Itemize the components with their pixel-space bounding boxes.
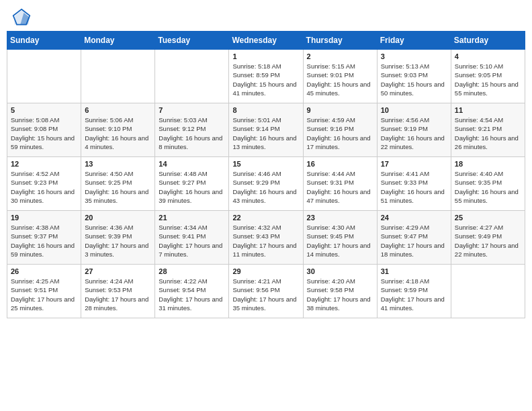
calendar-cell — [7, 50, 81, 103]
day-number: 5 — [11, 106, 77, 114]
day-info: Sunrise: 4:38 AM Sunset: 9:37 PM Dayligh… — [11, 223, 77, 259]
day-number: 18 — [455, 160, 521, 168]
calendar-cell: 14Sunrise: 4:48 AM Sunset: 9:27 PM Dayli… — [155, 157, 229, 211]
calendar-cell: 16Sunrise: 4:44 AM Sunset: 9:31 PM Dayli… — [303, 157, 377, 211]
calendar-cell: 19Sunrise: 4:38 AM Sunset: 9:37 PM Dayli… — [7, 211, 81, 265]
logo-icon — [12, 8, 31, 27]
calendar-cell: 21Sunrise: 4:34 AM Sunset: 9:41 PM Dayli… — [155, 211, 229, 265]
day-number: 4 — [455, 52, 521, 60]
weekday-header-sunday: Sunday — [7, 32, 81, 50]
day-info: Sunrise: 4:27 AM Sunset: 9:49 PM Dayligh… — [455, 223, 521, 259]
calendar-cell: 6Sunrise: 5:06 AM Sunset: 9:10 PM Daylig… — [81, 103, 155, 157]
day-info: Sunrise: 4:24 AM Sunset: 9:53 PM Dayligh… — [85, 277, 151, 312]
day-number: 27 — [85, 267, 151, 275]
day-number: 11 — [455, 106, 521, 114]
day-info: Sunrise: 4:20 AM Sunset: 9:58 PM Dayligh… — [307, 277, 373, 312]
weekday-header-friday: Friday — [377, 32, 451, 50]
day-number: 25 — [455, 214, 521, 222]
day-number: 7 — [159, 106, 225, 114]
calendar-cell: 1Sunrise: 5:18 AM Sunset: 8:59 PM Daylig… — [229, 50, 303, 103]
day-number: 20 — [85, 214, 151, 222]
day-number: 17 — [381, 160, 447, 168]
weekday-header-wednesday: Wednesday — [229, 32, 303, 50]
weekday-header-tuesday: Tuesday — [155, 32, 229, 50]
calendar-cell: 30Sunrise: 4:20 AM Sunset: 9:58 PM Dayli… — [303, 265, 377, 318]
calendar-cell: 2Sunrise: 5:15 AM Sunset: 9:01 PM Daylig… — [303, 50, 377, 103]
page: SundayMondayTuesdayWednesdayThursdayFrid… — [0, 0, 532, 411]
day-number: 23 — [307, 214, 373, 222]
calendar-cell: 25Sunrise: 4:27 AM Sunset: 9:49 PM Dayli… — [451, 211, 525, 265]
calendar-cell: 24Sunrise: 4:29 AM Sunset: 9:47 PM Dayli… — [377, 211, 451, 265]
week-row-4: 19Sunrise: 4:38 AM Sunset: 9:37 PM Dayli… — [7, 211, 525, 265]
day-number: 29 — [232, 267, 299, 275]
calendar-cell: 28Sunrise: 4:22 AM Sunset: 9:54 PM Dayli… — [155, 265, 229, 318]
day-number: 8 — [232, 106, 299, 114]
calendar-wrap: SundayMondayTuesdayWednesdayThursdayFrid… — [0, 31, 532, 325]
calendar-cell: 3Sunrise: 5:13 AM Sunset: 9:03 PM Daylig… — [377, 50, 451, 103]
calendar-cell: 17Sunrise: 4:41 AM Sunset: 9:33 PM Dayli… — [377, 157, 451, 211]
week-row-1: 1Sunrise: 5:18 AM Sunset: 8:59 PM Daylig… — [7, 50, 525, 103]
calendar-cell — [81, 50, 155, 103]
week-row-2: 5Sunrise: 5:08 AM Sunset: 9:08 PM Daylig… — [7, 103, 525, 157]
day-info: Sunrise: 5:18 AM Sunset: 8:59 PM Dayligh… — [232, 62, 299, 97]
weekday-header-thursday: Thursday — [303, 32, 377, 50]
calendar-cell: 9Sunrise: 4:59 AM Sunset: 9:16 PM Daylig… — [303, 103, 377, 157]
calendar-cell: 22Sunrise: 4:32 AM Sunset: 9:43 PM Dayli… — [229, 211, 303, 265]
week-row-3: 12Sunrise: 4:52 AM Sunset: 9:23 PM Dayli… — [7, 157, 525, 211]
day-info: Sunrise: 4:56 AM Sunset: 9:19 PM Dayligh… — [381, 116, 447, 151]
day-number: 10 — [381, 106, 447, 114]
calendar-cell: 15Sunrise: 4:46 AM Sunset: 9:29 PM Dayli… — [229, 157, 303, 211]
day-number: 21 — [159, 214, 225, 222]
day-info: Sunrise: 4:32 AM Sunset: 9:43 PM Dayligh… — [232, 223, 299, 259]
calendar-cell: 18Sunrise: 4:40 AM Sunset: 9:35 PM Dayli… — [451, 157, 525, 211]
weekday-header-row: SundayMondayTuesdayWednesdayThursdayFrid… — [7, 32, 525, 50]
day-info: Sunrise: 5:15 AM Sunset: 9:01 PM Dayligh… — [307, 62, 373, 97]
day-info: Sunrise: 4:46 AM Sunset: 9:29 PM Dayligh… — [232, 169, 299, 205]
day-info: Sunrise: 4:41 AM Sunset: 9:33 PM Dayligh… — [381, 169, 447, 205]
calendar-table: SundayMondayTuesdayWednesdayThursdayFrid… — [7, 31, 525, 318]
day-number: 1 — [232, 52, 299, 60]
day-info: Sunrise: 4:34 AM Sunset: 9:41 PM Dayligh… — [159, 223, 225, 259]
calendar-cell: 12Sunrise: 4:52 AM Sunset: 9:23 PM Dayli… — [7, 157, 81, 211]
logo — [12, 8, 34, 27]
day-info: Sunrise: 5:10 AM Sunset: 9:05 PM Dayligh… — [455, 62, 521, 97]
day-number: 3 — [381, 52, 447, 60]
calendar-cell: 11Sunrise: 4:54 AM Sunset: 9:21 PM Dayli… — [451, 103, 525, 157]
day-info: Sunrise: 5:01 AM Sunset: 9:14 PM Dayligh… — [232, 116, 299, 151]
day-info: Sunrise: 4:21 AM Sunset: 9:56 PM Dayligh… — [232, 277, 299, 312]
day-info: Sunrise: 5:03 AM Sunset: 9:12 PM Dayligh… — [159, 116, 225, 151]
day-info: Sunrise: 5:08 AM Sunset: 9:08 PM Dayligh… — [11, 116, 77, 151]
day-info: Sunrise: 4:48 AM Sunset: 9:27 PM Dayligh… — [159, 169, 225, 205]
day-number: 22 — [232, 214, 299, 222]
calendar-cell: 27Sunrise: 4:24 AM Sunset: 9:53 PM Dayli… — [81, 265, 155, 318]
day-info: Sunrise: 5:06 AM Sunset: 9:10 PM Dayligh… — [85, 116, 151, 151]
day-number: 26 — [11, 267, 77, 275]
calendar-cell: 10Sunrise: 4:56 AM Sunset: 9:19 PM Dayli… — [377, 103, 451, 157]
day-number: 12 — [11, 160, 77, 168]
day-info: Sunrise: 4:44 AM Sunset: 9:31 PM Dayligh… — [307, 169, 373, 205]
calendar-cell: 7Sunrise: 5:03 AM Sunset: 9:12 PM Daylig… — [155, 103, 229, 157]
day-info: Sunrise: 4:54 AM Sunset: 9:21 PM Dayligh… — [455, 116, 521, 151]
day-info: Sunrise: 4:52 AM Sunset: 9:23 PM Dayligh… — [11, 169, 77, 205]
calendar-cell: 20Sunrise: 4:36 AM Sunset: 9:39 PM Dayli… — [81, 211, 155, 265]
week-row-5: 26Sunrise: 4:25 AM Sunset: 9:51 PM Dayli… — [7, 265, 525, 318]
day-info: Sunrise: 4:18 AM Sunset: 9:59 PM Dayligh… — [381, 277, 447, 312]
day-info: Sunrise: 5:13 AM Sunset: 9:03 PM Dayligh… — [381, 62, 447, 97]
day-number: 28 — [159, 267, 225, 275]
calendar-cell: 4Sunrise: 5:10 AM Sunset: 9:05 PM Daylig… — [451, 50, 525, 103]
day-number: 9 — [307, 106, 373, 114]
day-number: 31 — [381, 267, 447, 275]
calendar-cell: 23Sunrise: 4:30 AM Sunset: 9:45 PM Dayli… — [303, 211, 377, 265]
calendar-cell: 8Sunrise: 5:01 AM Sunset: 9:14 PM Daylig… — [229, 103, 303, 157]
weekday-header-monday: Monday — [81, 32, 155, 50]
day-info: Sunrise: 4:36 AM Sunset: 9:39 PM Dayligh… — [85, 223, 151, 259]
day-number: 14 — [159, 160, 225, 168]
day-info: Sunrise: 4:40 AM Sunset: 9:35 PM Dayligh… — [455, 169, 521, 205]
day-number: 16 — [307, 160, 373, 168]
calendar-cell: 31Sunrise: 4:18 AM Sunset: 9:59 PM Dayli… — [377, 265, 451, 318]
day-number: 15 — [232, 160, 299, 168]
day-info: Sunrise: 4:50 AM Sunset: 9:25 PM Dayligh… — [85, 169, 151, 205]
calendar-cell — [155, 50, 229, 103]
day-number: 30 — [307, 267, 373, 275]
day-number: 13 — [85, 160, 151, 168]
